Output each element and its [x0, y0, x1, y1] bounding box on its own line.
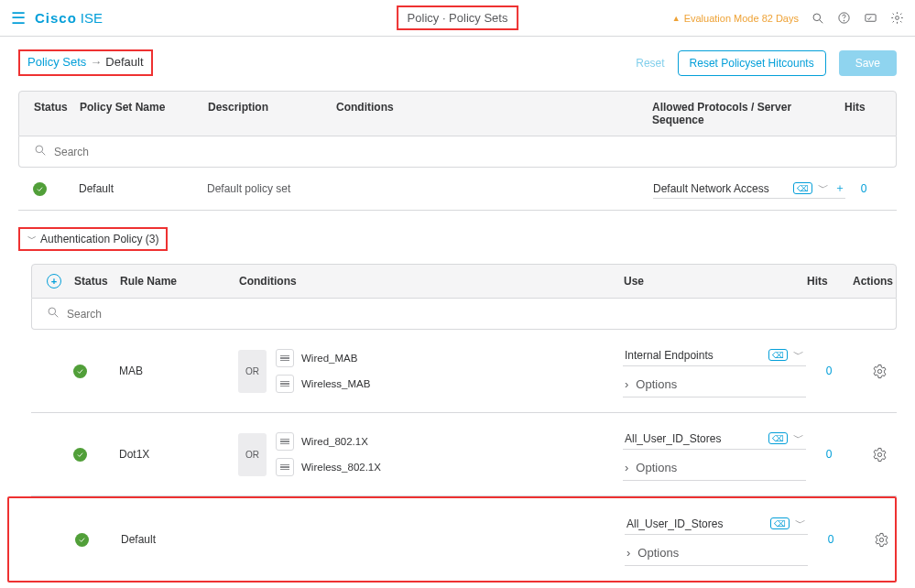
- settings-icon[interactable]: [890, 11, 904, 25]
- policy-set-search-input[interactable]: [52, 145, 881, 159]
- options-expander[interactable]: › Options: [623, 372, 806, 397]
- col-hits: Hits: [807, 275, 853, 288]
- chevron-down-icon[interactable]: ﹀: [793, 430, 804, 446]
- svg-point-0: [813, 14, 821, 21]
- clear-icon[interactable]: ⌫: [770, 517, 790, 529]
- svg-point-6: [36, 146, 43, 153]
- status-ok-icon: [33, 182, 47, 196]
- auth-search[interactable]: [31, 299, 897, 330]
- conditions[interactable]: OR Wired_802.1X Wireless_802.1X: [238, 432, 623, 476]
- help-icon[interactable]: [837, 11, 851, 25]
- rule-actions-button[interactable]: [852, 364, 907, 379]
- use-value: Internal Endpoints: [625, 349, 763, 362]
- condition-icon: [276, 432, 294, 451]
- eval-notice[interactable]: Evaluation Mode 82 Days: [672, 13, 799, 24]
- options-label: Options: [637, 546, 679, 560]
- options-expander[interactable]: › Options: [623, 455, 806, 481]
- policy-set-desc: Default policy set: [207, 182, 335, 195]
- allowed-protocols-value: Default Network Access: [653, 182, 788, 195]
- chevron-down-icon: ﹀: [27, 233, 37, 245]
- auth-policy-table: + Status Rule Name Conditions Use Hits A…: [31, 264, 897, 583]
- add-rule-button[interactable]: +: [47, 274, 61, 289]
- search-icon[interactable]: [812, 12, 824, 25]
- breadcrumb-link[interactable]: Policy Sets: [27, 55, 86, 69]
- policy-set-row: Default Default policy set Default Netwo…: [18, 168, 897, 211]
- options-expander[interactable]: › Options: [625, 540, 808, 566]
- chevron-right-icon: ›: [626, 546, 630, 560]
- auth-row-default: Default All_User_ID_Stores ⌫ ﹀ › Options…: [7, 496, 897, 583]
- rule-actions-button[interactable]: [854, 532, 909, 548]
- clear-icon[interactable]: ⌫: [768, 349, 788, 361]
- add-icon[interactable]: ＋: [834, 180, 845, 196]
- chevron-down-icon[interactable]: ﹀: [793, 347, 804, 363]
- svg-line-7: [42, 152, 46, 156]
- auth-policy-toggle[interactable]: ﹀ Authentication Policy (3): [18, 227, 168, 251]
- use-select[interactable]: All_User_ID_Stores ⌫ ﹀: [623, 428, 806, 450]
- rule-name[interactable]: Default: [121, 533, 240, 546]
- auth-policy-label: Authentication Policy (3): [40, 233, 158, 245]
- condition-label: Wireless_MAB: [301, 378, 370, 389]
- policy-set-name[interactable]: Default: [79, 182, 207, 195]
- menu-icon[interactable]: ☰: [11, 8, 26, 28]
- use-value: All_User_ID_Stores: [625, 432, 763, 445]
- condition-icon: [276, 349, 294, 367]
- rule-hits: 0: [806, 365, 852, 377]
- status-ok-icon: [73, 448, 87, 462]
- breadcrumb-actions: Reset Reset Policyset Hitcounts Save: [636, 50, 897, 76]
- chevron-right-icon: ›: [625, 377, 628, 391]
- condition-item[interactable]: Wired_802.1X: [276, 432, 381, 451]
- policy-set-hits: 0: [845, 182, 882, 195]
- col-cond: Conditions: [336, 101, 652, 126]
- condition-item[interactable]: Wireless_802.1X: [276, 458, 381, 476]
- use-cell: Internal Endpoints ⌫ ﹀ › Options: [623, 344, 806, 397]
- breadcrumb-row: Policy Sets → Default Reset Reset Policy…: [0, 37, 915, 85]
- search-icon: [47, 306, 60, 321]
- chevron-down-icon[interactable]: ﹀: [795, 516, 806, 531]
- rule-hits: 0: [806, 448, 852, 461]
- condition-item[interactable]: Wired_MAB: [276, 349, 370, 367]
- brand-product: ISE: [81, 10, 103, 26]
- status-ok-icon: [73, 365, 87, 378]
- col-status: Status: [74, 275, 120, 288]
- policy-set-header-row: Status Policy Set Name Description Condi…: [18, 91, 897, 136]
- clear-icon[interactable]: ⌫: [793, 182, 812, 194]
- breadcrumb-arrow-icon: →: [90, 55, 102, 69]
- use-select[interactable]: Internal Endpoints ⌫ ﹀: [623, 344, 806, 366]
- svg-line-9: [55, 314, 59, 318]
- search-icon: [34, 144, 47, 159]
- top-bar: ☰ CiscoISE Policy · Policy Sets Evaluati…: [0, 0, 915, 37]
- col-desc: Description: [208, 101, 336, 126]
- status-ok-icon: [75, 533, 89, 547]
- col-hits: Hits: [844, 101, 881, 126]
- reset-link[interactable]: Reset: [636, 57, 664, 70]
- options-label: Options: [636, 461, 677, 474]
- use-cell: All_User_ID_Stores ⌫ ﹀ › Options: [625, 513, 808, 566]
- auth-search-input[interactable]: [65, 307, 881, 321]
- rule-actions-button[interactable]: [852, 447, 907, 463]
- use-value: All_User_ID_Stores: [626, 517, 765, 530]
- rule-name[interactable]: MAB: [119, 365, 238, 377]
- allowed-protocols-select[interactable]: Default Network Access ⌫ ﹀ ＋: [653, 179, 845, 199]
- reset-hitcounts-button[interactable]: Reset Policyset Hitcounts: [678, 50, 826, 76]
- page-title: Policy · Policy Sets: [397, 5, 519, 30]
- chevron-down-icon[interactable]: ﹀: [818, 180, 829, 196]
- condition-item[interactable]: Wireless_MAB: [276, 375, 370, 393]
- brand: CiscoISE: [35, 10, 103, 26]
- clear-icon[interactable]: ⌫: [768, 432, 788, 444]
- svg-point-11: [877, 452, 881, 456]
- svg-point-10: [877, 369, 881, 373]
- col-use: Use: [624, 275, 807, 288]
- logic-chip: OR: [238, 350, 267, 393]
- brand-cisco: Cisco: [35, 10, 77, 26]
- logic-chip: OR: [238, 433, 267, 476]
- use-cell: All_User_ID_Stores ⌫ ﹀ › Options: [623, 428, 806, 481]
- policy-set-section: Status Policy Set Name Description Condi…: [18, 91, 897, 211]
- rule-name[interactable]: Dot1X: [119, 448, 238, 461]
- save-button[interactable]: Save: [839, 50, 897, 76]
- policy-set-search[interactable]: [18, 136, 897, 168]
- conditions[interactable]: OR Wired_MAB Wireless_MAB: [238, 349, 623, 393]
- svg-point-3: [844, 20, 844, 21]
- operations-icon[interactable]: [864, 11, 877, 25]
- svg-point-5: [896, 16, 899, 20]
- use-select[interactable]: All_User_ID_Stores ⌫ ﹀: [625, 513, 808, 535]
